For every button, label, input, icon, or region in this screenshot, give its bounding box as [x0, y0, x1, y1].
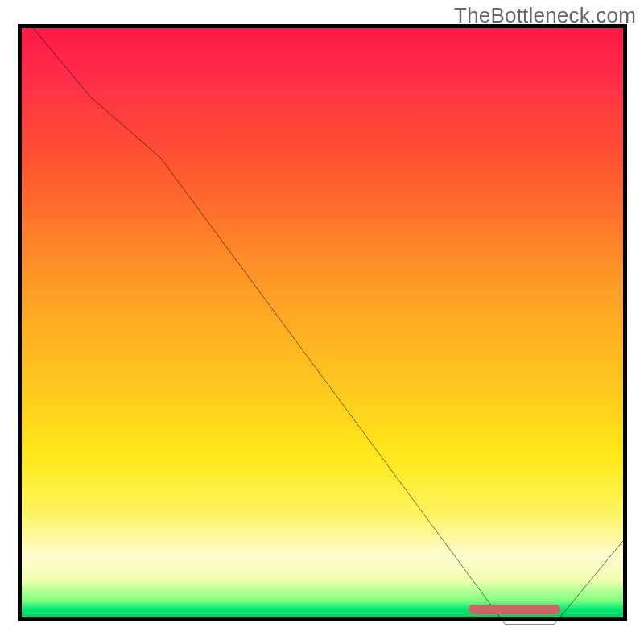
chart-container: TheBottleneck.com	[0, 0, 644, 644]
bottleneck-curve	[18, 24, 627, 634]
watermark-text: TheBottleneck.com	[454, 3, 636, 28]
optimal-range-marker	[469, 605, 560, 614]
plot-area	[18, 24, 627, 621]
